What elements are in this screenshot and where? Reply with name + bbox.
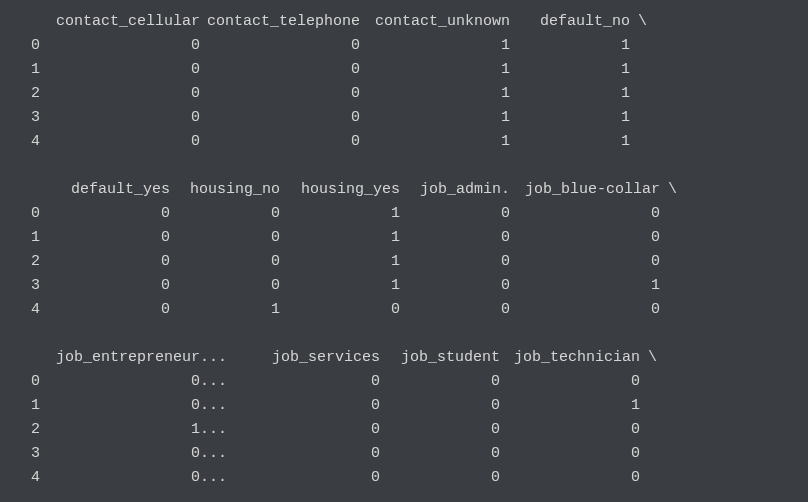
cell-value: 0 bbox=[50, 58, 200, 82]
row-index: 0 bbox=[0, 202, 50, 226]
cell-value: 1 bbox=[280, 202, 400, 226]
cell-value: 1 bbox=[360, 106, 510, 130]
cell-value: ... bbox=[200, 466, 250, 490]
cell-value: 0 bbox=[170, 202, 280, 226]
cell-value: 1 bbox=[510, 34, 630, 58]
table-row: 200100 bbox=[0, 250, 808, 274]
column-header: job_student bbox=[380, 346, 500, 370]
cell-value: 0 bbox=[50, 202, 170, 226]
row-index: 4 bbox=[0, 130, 50, 154]
continuation-marker: \ bbox=[630, 10, 668, 34]
dataframe-block: default_yeshousing_nohousing_yesjob_admi… bbox=[0, 178, 808, 322]
dataframe-block: contact_cellularcontact_telephonecontact… bbox=[0, 10, 808, 154]
column-header: job_technician bbox=[500, 346, 640, 370]
cell-value: 0 bbox=[50, 274, 170, 298]
header-row: job_entrepreneur...job_servicesjob_stude… bbox=[0, 346, 808, 370]
cell-value: 1 bbox=[510, 274, 660, 298]
table-row: 000100 bbox=[0, 202, 808, 226]
cell-value: 1 bbox=[510, 58, 630, 82]
cell-value: 0 bbox=[50, 394, 200, 418]
cell-value: 0 bbox=[200, 130, 360, 154]
table-row: 40011 bbox=[0, 130, 808, 154]
cell-value: 0 bbox=[380, 394, 500, 418]
cell-value: 0 bbox=[50, 226, 170, 250]
cell-value: 0 bbox=[400, 226, 510, 250]
cell-value: 1 bbox=[360, 34, 510, 58]
cell-value: 0 bbox=[500, 466, 640, 490]
cell-value: 0 bbox=[50, 130, 200, 154]
column-header: default_no bbox=[510, 10, 630, 34]
column-header: contact_cellular bbox=[50, 10, 200, 34]
cell-value: 0 bbox=[500, 418, 640, 442]
cell-value: 0 bbox=[250, 394, 380, 418]
cell-value: ... bbox=[200, 394, 250, 418]
table-row: 20011 bbox=[0, 82, 808, 106]
row-index: 1 bbox=[0, 58, 50, 82]
cell-value: 0 bbox=[510, 226, 660, 250]
cell-value: 0 bbox=[170, 250, 280, 274]
cell-value: 0 bbox=[250, 442, 380, 466]
cell-value: 0 bbox=[200, 82, 360, 106]
row-index: 0 bbox=[0, 370, 50, 394]
cell-value: 0 bbox=[250, 370, 380, 394]
table-row: 21...000 bbox=[0, 418, 808, 442]
cell-value: 1 bbox=[280, 250, 400, 274]
cell-value: 0 bbox=[50, 82, 200, 106]
cell-value: ... bbox=[200, 418, 250, 442]
cell-value: 0 bbox=[50, 250, 170, 274]
cell-value: 1 bbox=[170, 298, 280, 322]
row-index: 0 bbox=[0, 34, 50, 58]
cell-value: 0 bbox=[250, 466, 380, 490]
cell-value: 1 bbox=[360, 130, 510, 154]
cell-value: 0 bbox=[400, 298, 510, 322]
cell-value: 0 bbox=[170, 274, 280, 298]
cell-value: 0 bbox=[500, 370, 640, 394]
cell-value: 0 bbox=[510, 250, 660, 274]
cell-value: 0 bbox=[380, 370, 500, 394]
cell-value: 1 bbox=[510, 130, 630, 154]
continuation-marker: \ bbox=[640, 346, 678, 370]
cell-value: 0 bbox=[170, 226, 280, 250]
cell-value: 0 bbox=[400, 274, 510, 298]
column-header: housing_no bbox=[170, 178, 280, 202]
cell-value: 1 bbox=[500, 394, 640, 418]
column-header: job_admin. bbox=[400, 178, 510, 202]
column-header: ... bbox=[200, 346, 250, 370]
cell-value: 1 bbox=[50, 418, 200, 442]
row-index: 2 bbox=[0, 250, 50, 274]
cell-value: 0 bbox=[50, 298, 170, 322]
index-header bbox=[0, 346, 50, 370]
cell-value: 1 bbox=[280, 274, 400, 298]
cell-value: ... bbox=[200, 442, 250, 466]
column-header: contact_telephone bbox=[200, 10, 360, 34]
cell-value: ... bbox=[200, 370, 250, 394]
table-row: 401000 bbox=[0, 298, 808, 322]
cell-value: 0 bbox=[380, 442, 500, 466]
row-index: 2 bbox=[0, 82, 50, 106]
table-row: 40...000 bbox=[0, 466, 808, 490]
cell-value: 0 bbox=[510, 298, 660, 322]
table-row: 10011 bbox=[0, 58, 808, 82]
table-row: 30...000 bbox=[0, 442, 808, 466]
row-index: 3 bbox=[0, 274, 50, 298]
table-row: 300101 bbox=[0, 274, 808, 298]
cell-value: 0 bbox=[200, 106, 360, 130]
row-index: 1 bbox=[0, 394, 50, 418]
cell-value: 1 bbox=[360, 58, 510, 82]
cell-value: 0 bbox=[380, 418, 500, 442]
cell-value: 0 bbox=[50, 442, 200, 466]
cell-value: 0 bbox=[380, 466, 500, 490]
index-header bbox=[0, 178, 50, 202]
cell-value: 0 bbox=[50, 106, 200, 130]
row-index: 3 bbox=[0, 106, 50, 130]
cell-value: 0 bbox=[510, 202, 660, 226]
row-index: 1 bbox=[0, 226, 50, 250]
column-header: job_entrepreneur bbox=[50, 346, 200, 370]
table-row: 10...001 bbox=[0, 394, 808, 418]
cell-value: 1 bbox=[360, 82, 510, 106]
row-index: 4 bbox=[0, 298, 50, 322]
column-header: contact_unknown bbox=[360, 10, 510, 34]
dataframe-output: contact_cellularcontact_telephonecontact… bbox=[0, 0, 808, 502]
column-header: housing_yes bbox=[280, 178, 400, 202]
header-row: default_yeshousing_nohousing_yesjob_admi… bbox=[0, 178, 808, 202]
